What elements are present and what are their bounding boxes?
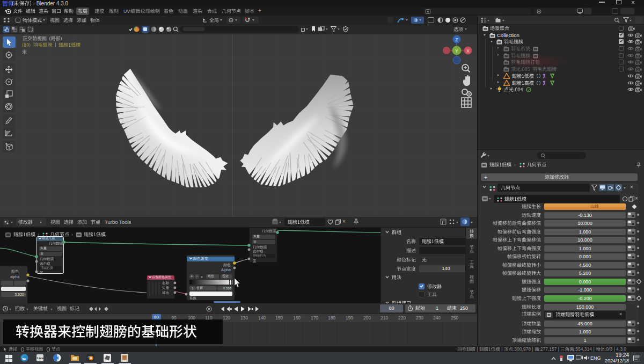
svg-text:Y: Y — [455, 48, 458, 54]
svg-text:X: X — [466, 48, 470, 54]
svg-text:Z: Z — [455, 37, 458, 42]
